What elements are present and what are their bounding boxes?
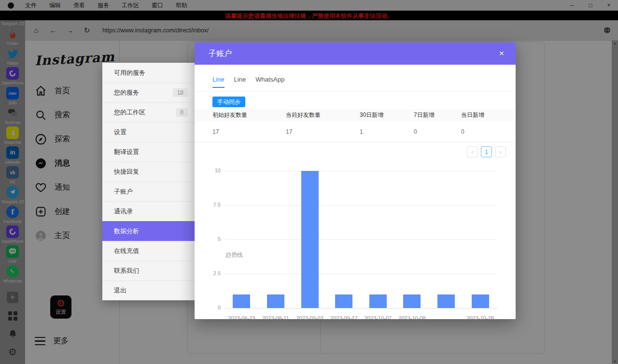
gridline: [225, 171, 497, 171]
y-axis-tick: 5: [195, 236, 221, 242]
dropdown-item-label: 您的工作区: [114, 108, 145, 117]
modal-tabs: Line Line WhatsApp: [212, 76, 294, 88]
count-badge: 18: [173, 88, 188, 97]
dropdown-item-your-workspace[interactable]: 您的工作区0: [102, 102, 195, 122]
dropdown-item-your-services[interactable]: 您的服务18: [102, 83, 195, 102]
dropdown-item-label: 数据分析: [114, 227, 139, 236]
trend-line-label: 趋势线: [225, 251, 243, 259]
table-cell: 0: [461, 128, 516, 135]
dropdown-item-data-analysis[interactable]: 数据分析: [102, 221, 195, 241]
bar: [437, 294, 455, 308]
dropdown-item-translation-settings[interactable]: 翻译设置: [102, 142, 195, 162]
dropdown-item-contact-us[interactable]: 联系我们: [102, 261, 195, 280]
x-axis-tick: 2023-09-27: [325, 315, 362, 319]
table-header: 7日新增: [414, 111, 461, 119]
dropdown-item-online-recharge[interactable]: 在线充值: [102, 241, 195, 261]
dropdown-item-logout[interactable]: 退出: [102, 280, 195, 300]
x-axis-tick: 2023-08-11: [257, 315, 294, 319]
table-header: 初始好友数量: [212, 111, 286, 119]
dropdown-item-quick-reply[interactable]: 快捷回复: [102, 162, 195, 182]
tab-line-1[interactable]: Line: [212, 76, 225, 88]
dropdown-item-label: 在线充值: [114, 247, 139, 255]
bar: [369, 294, 387, 308]
table-cell: 0: [414, 128, 461, 135]
gridline: [225, 239, 497, 240]
sub-account-modal: 子账户 × Line Line WhatsApp 手动同步 初始好友数量 当前好…: [195, 42, 516, 319]
prev-page-button[interactable]: ‹: [467, 146, 478, 157]
table-header: 30日新增: [360, 111, 414, 119]
table-header: 当前好友数量: [286, 111, 360, 119]
gridline: [225, 308, 497, 308]
table-row: 17 17 1 0 0: [195, 121, 516, 142]
dropdown-item-label: 翻译设置: [114, 148, 139, 156]
dropdown-item-contacts[interactable]: 通讯录: [102, 201, 195, 221]
y-axis-tick: 7.5: [195, 202, 221, 208]
table-cell: 17: [286, 128, 360, 135]
tab-whatsapp[interactable]: WhatsApp: [255, 76, 284, 88]
next-page-button[interactable]: ›: [495, 146, 506, 157]
bar: [403, 294, 421, 308]
manual-sync-button[interactable]: 手动同步: [212, 97, 245, 107]
bar: [472, 294, 489, 308]
bar: [335, 294, 352, 308]
pagination: ‹ 1 ›: [467, 146, 506, 157]
x-axis-tick: 2023-10-07: [360, 315, 396, 319]
page-1-button[interactable]: 1: [481, 146, 492, 157]
table-header: 当日新增: [461, 111, 516, 119]
dropdown-item-label: 联系我们: [114, 266, 139, 275]
dropdown-item-sub-accounts[interactable]: 子账户: [102, 182, 195, 201]
close-icon[interactable]: ×: [499, 49, 504, 58]
dropdown-item-settings[interactable]: 设置: [102, 122, 195, 142]
bar: [267, 294, 284, 308]
x-axis-tick: 2023-10-28: [462, 315, 499, 319]
gridline: [225, 205, 497, 206]
dropdown-item-label: 可用的服务: [114, 69, 145, 77]
dropdown-item-label: 设置: [114, 128, 126, 137]
dropdown-item-available-services[interactable]: 可用的服务: [102, 63, 195, 83]
x-axis-tick: 2023-10-08: [393, 315, 430, 319]
y-axis-tick: 0: [195, 305, 221, 310]
modal-header: 子账户 ×: [195, 42, 516, 65]
x-axis-tick: 2023-06-23: [223, 315, 260, 319]
table-header-row: 初始好友数量 当前好友数量 30日新增 7日新增 当日新增: [195, 109, 516, 121]
tab-line-2[interactable]: Line: [234, 76, 246, 88]
x-axis-tick: 2023-09-03: [292, 315, 328, 319]
y-axis-tick: 2.5: [195, 270, 221, 276]
table-cell: 1: [360, 128, 414, 135]
y-axis-tick: 10: [195, 168, 221, 173]
dropdown-item-label: 您的服务: [114, 88, 139, 97]
count-badge: 0: [176, 108, 188, 117]
gridline: [225, 274, 497, 274]
dropdown-item-label: 退出: [114, 286, 126, 295]
bar: [233, 294, 250, 308]
tabs-divider: [195, 91, 516, 92]
services-dropdown: 可用的服务 您的服务18 您的工作区0 设置 翻译设置 快捷回复 子账户 通讯录…: [102, 63, 195, 300]
dropdown-item-label: 快捷回复: [114, 168, 139, 176]
friends-trend-bar-chart: 02.557.5102023-06-232023-08-112023-09-03…: [195, 171, 516, 308]
dropdown-item-label: 子账户: [114, 187, 133, 196]
modal-title: 子账户: [209, 49, 232, 59]
bar: [301, 171, 319, 308]
dropdown-item-label: 通讯录: [114, 207, 133, 216]
table-cell: 17: [212, 128, 286, 135]
